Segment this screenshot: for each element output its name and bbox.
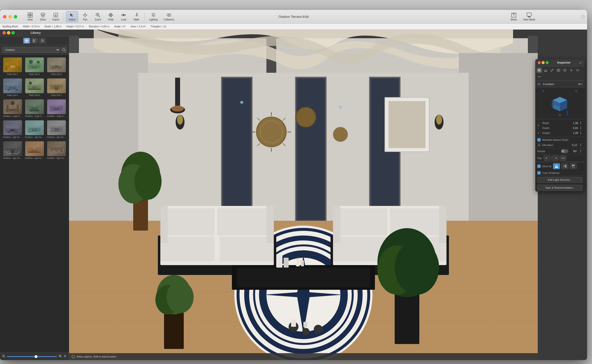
zoom-out-icon[interactable] (2, 354, 5, 359)
inspector-tool-furniture[interactable] (543, 67, 549, 73)
list-item[interactable]: Outdoor...nge Set 4 (2, 119, 23, 139)
cast-shadows-checkbox[interactable]: ✓ (537, 171, 541, 175)
rotate-step-down[interactable]: ▼ (580, 151, 583, 153)
inspector-tool-more[interactable] (575, 67, 581, 73)
inspector-max-btn[interactable] (546, 61, 549, 64)
height-value[interactable]: 1,00 (568, 131, 578, 134)
list-item[interactable]: Outdoor...unge Set 1 (2, 98, 23, 118)
elevation-stepper[interactable]: ▲ ▼ (580, 143, 583, 147)
toolbar-item-view[interactable]: View (24, 11, 36, 22)
toolbar-item-look[interactable]: Look (118, 11, 130, 22)
orbit-icon (108, 12, 113, 18)
list-item[interactable]: Outdoor...nge Set 9 (46, 140, 67, 160)
inspector-expand-icon[interactable]: ⤢ (579, 61, 582, 65)
depth-value[interactable]: 0,91 (568, 127, 578, 129)
library-window-controls (2, 31, 15, 35)
rotate-stepper[interactable]: ▲ ▼ (580, 149, 583, 153)
svg-rect-46 (58, 66, 61, 69)
library-close-btn[interactable] (2, 31, 6, 35)
scene-svg (69, 30, 538, 360)
toolbar-item-collisions[interactable]: Collisions (161, 11, 177, 22)
list-item[interactable]: Patio Set 6 (24, 77, 45, 97)
toolbar-item-select[interactable]: Select (66, 11, 78, 22)
flip-horizontal-button[interactable] (544, 155, 551, 161)
elevation-step-down[interactable]: ▼ (580, 145, 583, 147)
orbit-label: Orbit (108, 18, 113, 21)
maintain-aspect-ratio-checkbox[interactable]: ✓ (537, 138, 541, 142)
svg-point-59 (29, 82, 32, 85)
flip-vertical-button[interactable] (552, 155, 558, 161)
library-tab-icon[interactable] (31, 38, 38, 44)
svg-rect-2 (28, 15, 30, 17)
glue-ceiling-button[interactable] (570, 163, 577, 169)
list-item[interactable]: Patio Set 7 (46, 77, 67, 97)
rotate-toggle[interactable] (561, 149, 568, 153)
glue-wall-button[interactable] (561, 163, 568, 169)
zoom-slider-thumb[interactable] (35, 355, 37, 358)
svg-rect-21 (25, 41, 26, 42)
inspector-tool-settings[interactable] (568, 67, 574, 73)
toolbar-item-import[interactable]: Import (50, 11, 62, 22)
library-search-button[interactable] (61, 47, 67, 53)
info-icon[interactable]: ⓘ (581, 15, 585, 19)
toolbar-item-share[interactable]: Share (508, 11, 520, 22)
height-stepper[interactable]: ▲ ▼ (580, 131, 583, 135)
library-max-btn[interactable] (11, 31, 15, 35)
inspector-close-btn[interactable] (538, 61, 541, 64)
viewport[interactable] (69, 30, 538, 360)
flip-both-button[interactable] (559, 155, 566, 161)
inspector-tool-material[interactable] (562, 67, 568, 73)
rotate-value[interactable]: 90° (570, 150, 577, 153)
inspector-tool-photo[interactable] (555, 67, 561, 73)
zoom-in-icon[interactable] (58, 354, 62, 359)
maximize-button[interactable] (14, 15, 17, 18)
minimize-button[interactable] (8, 15, 12, 18)
toolbar-item-viewmode[interactable]: View Mode (521, 11, 538, 22)
width-step-down[interactable]: ▼ (580, 123, 583, 125)
elevation-value[interactable]: 0,12 (572, 144, 577, 146)
depth-step-down[interactable]: ▼ (580, 128, 583, 130)
inspector-category-dropdown[interactable]: Furniture (542, 82, 581, 86)
toolbar-item-pan[interactable]: Pan (79, 11, 91, 22)
library-min-btn[interactable] (7, 31, 10, 35)
depth-stepper[interactable]: ▲ ▼ (580, 126, 583, 130)
svg-rect-178 (220, 237, 274, 261)
library-tab-list[interactable] (39, 38, 46, 44)
width-stepper[interactable]: ▲ ▼ (580, 121, 583, 125)
pan-label: Pan (83, 18, 87, 21)
toolbar-item-zoom[interactable]: Zoom (92, 11, 104, 22)
library-category-dropdown[interactable]: Outdoor (2, 47, 60, 53)
list-item[interactable]: Outdoor...unge Set 2 (24, 98, 45, 118)
view-label: View (27, 18, 33, 21)
toolbar-item-walk[interactable]: Walk (130, 11, 142, 22)
toolbar-item-lighting[interactable]: Lighting (147, 11, 160, 22)
library-tab-grid[interactable] (23, 38, 30, 44)
list-item[interactable]: Outdoor...unge Set 3 (46, 98, 67, 118)
list-item[interactable]: Patio Set 4 (46, 56, 67, 76)
list-item[interactable]: Patio Set 5 (2, 77, 23, 97)
inspector-tool-edit[interactable] (549, 67, 555, 73)
list-item[interactable]: Outdoor...nge Set 5 (24, 119, 45, 139)
zoom-slider[interactable] (7, 356, 57, 357)
glue-by-checkbox[interactable]: ✓ (537, 164, 541, 168)
look-icon (121, 12, 126, 18)
glue-floor-button[interactable] (553, 163, 560, 169)
height-step-down[interactable]: ▼ (580, 133, 583, 135)
toolbar-item-store[interactable]: Store (37, 11, 49, 22)
inspector-tool-select[interactable] (536, 67, 542, 73)
close-button[interactable] (3, 15, 6, 18)
list-item[interactable]: Patio Set 3 (24, 56, 45, 76)
type-representation-button[interactable]: Type & Representation... (537, 185, 583, 191)
list-item[interactable]: Outdoor...nge Set 8 (24, 140, 45, 160)
elevation-row: Elevation 0,12 ▲ ▼ (535, 143, 585, 148)
width-value[interactable]: 1,90 (568, 122, 578, 125)
library-settings-icon[interactable] (63, 354, 67, 359)
inspector-tool-extra[interactable] (536, 74, 542, 80)
toolbar-divider-2 (144, 13, 145, 21)
toolbar-item-orbit[interactable]: Orbit (105, 11, 117, 22)
list-item[interactable]: Patio Set 2 (2, 56, 23, 76)
inspector-min-btn[interactable] (542, 61, 545, 64)
list-item[interactable]: Outdoor...nge Set 6 (46, 119, 67, 139)
edit-light-sources-button[interactable]: Edit Light Sources... (537, 177, 583, 183)
list-item[interactable]: Outdoor...nge Set 7 (2, 140, 23, 160)
